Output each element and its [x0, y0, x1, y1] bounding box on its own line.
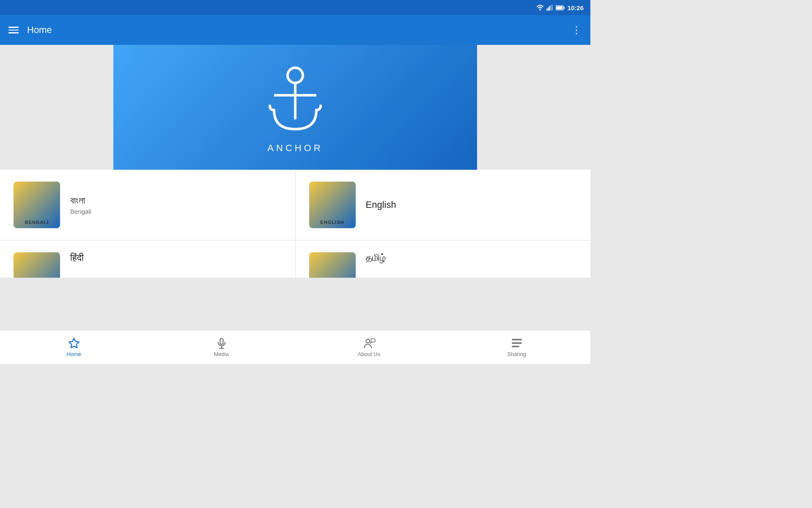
app-bar: Home ⋮ [0, 15, 590, 45]
language-row-2: HINDI हिंदी TAMIL தமிழ் [0, 240, 590, 278]
svg-rect-18 [512, 342, 521, 344]
language-cell-bengali[interactable]: BENGALI বাংলা Bengali [0, 170, 296, 240]
tamil-thumbnail: TAMIL [309, 252, 356, 278]
svg-rect-5 [551, 5, 552, 11]
svg-rect-16 [371, 339, 375, 342]
english-thumbnail: ENGLISH [309, 182, 356, 228]
nav-item-about[interactable]: About Us [352, 337, 386, 357]
status-time: 10:26 [568, 4, 584, 11]
svg-rect-2 [548, 7, 549, 11]
svg-rect-1 [546, 8, 547, 11]
svg-point-15 [366, 339, 370, 343]
anchor-logo [261, 61, 329, 138]
english-info: English [366, 199, 396, 210]
hindi-info: हिंदी [70, 252, 84, 263]
svg-rect-3 [549, 6, 550, 11]
bengali-thumb-label: BENGALI [14, 220, 60, 225]
hamburger-menu-button[interactable] [8, 27, 19, 33]
svg-rect-7 [564, 6, 565, 8]
language-cell-hindi[interactable]: HINDI हिंदी [0, 240, 296, 278]
language-list: BENGALI বাংলা Bengali ENGLISH English [0, 170, 590, 278]
svg-rect-12 [220, 338, 223, 344]
english-thumb-label: ENGLISH [309, 220, 356, 225]
nav-label-about: About Us [358, 351, 380, 357]
nav-label-media: Media [214, 351, 229, 357]
status-bar: 10:26 [0, 0, 590, 15]
svg-rect-4 [550, 5, 551, 11]
svg-point-9 [288, 68, 303, 83]
language-cell-english[interactable]: ENGLISH English [296, 170, 591, 240]
language-cell-tamil[interactable]: TAMIL தமிழ் [296, 240, 591, 278]
main-content: ANCHOR BENGALI বাংলা Bengali ENGLISH Eng… [0, 45, 590, 278]
wifi-icon [536, 5, 544, 11]
bengali-english-name: Bengali [70, 208, 91, 215]
language-row-1: BENGALI বাংলা Bengali ENGLISH English [0, 170, 590, 240]
svg-rect-17 [512, 339, 521, 341]
status-icons: 10:26 [536, 4, 584, 11]
app-banner: ANCHOR [113, 45, 477, 170]
tamil-info: தமிழ் [366, 252, 386, 263]
bengali-native-name: বাংলা [70, 195, 91, 206]
bengali-info: বাংলা Bengali [70, 195, 91, 215]
nav-item-sharing[interactable]: Sharing [500, 337, 534, 357]
app-bar-left: Home [8, 25, 52, 36]
svg-point-0 [539, 10, 540, 11]
nav-label-sharing: Sharing [507, 351, 526, 357]
svg-rect-19 [512, 346, 519, 348]
battery-icon [556, 5, 565, 11]
sharing-icon [511, 337, 523, 349]
signal-icon [546, 5, 553, 11]
english-name: English [366, 199, 396, 210]
about-icon [363, 337, 376, 349]
nav-item-media[interactable]: Media [205, 337, 239, 357]
hindi-native-name: हिंदी [70, 252, 84, 263]
hindi-thumbnail: HINDI [14, 252, 60, 278]
nav-item-home[interactable]: Home [57, 337, 91, 357]
microphone-icon [216, 337, 228, 349]
home-star-icon [68, 337, 80, 349]
app-name-text: ANCHOR [267, 143, 323, 154]
app-title: Home [27, 25, 52, 36]
nav-label-home: Home [66, 351, 81, 357]
bottom-nav: Home Media About Us Sharing [0, 330, 590, 364]
bengali-thumbnail: BENGALI [14, 182, 60, 228]
svg-rect-8 [556, 6, 562, 9]
more-options-button[interactable]: ⋮ [571, 24, 582, 36]
tamil-native-name: தமிழ் [366, 252, 386, 263]
